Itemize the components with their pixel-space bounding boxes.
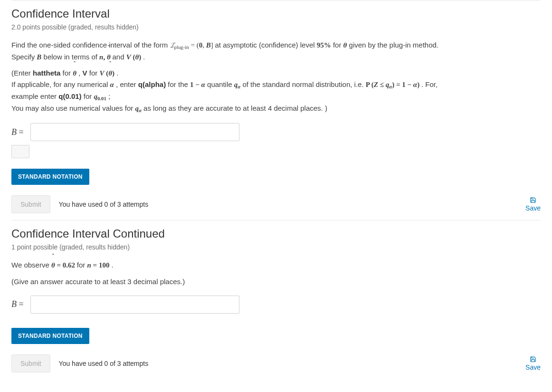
answer-input-B[interactable] [30,123,239,141]
n-value: n = 100 [87,261,109,269]
save-icon [530,197,536,203]
answer-row-2: B = [11,296,541,314]
text: , [78,69,82,77]
text: ; [108,92,110,100]
vars-n-thetahat: n, ˆθ [99,53,112,61]
save-icon [530,356,536,363]
submit-button-2[interactable]: Submit [11,354,50,373]
text: and [112,53,126,61]
text: quantile [207,80,234,88]
text: . [112,261,114,269]
V-thetahat: V (ˆθ) [126,53,143,61]
section-divider [11,220,541,220]
hattheta-keyword: hattheta [33,69,60,77]
action-row-2: Submit You have used 0 of 3 attempts Sav… [11,354,541,373]
text: for [63,69,73,77]
text: for [84,92,94,100]
prob-expression: P (Z ≤ qα) = 1 − α) [366,81,421,88]
section-title: Confidence Interval [11,7,541,20]
text: . [143,53,145,61]
B-var: B [37,53,41,61]
text: You may also use numerical values for [11,104,135,112]
text: given by the plug-in method. [349,41,438,49]
text: (Enter [11,69,33,77]
points-possible-2: 1 point possible (graded, results hidden… [11,243,541,251]
answer-row: B = [11,123,541,141]
text: Specify [11,53,37,61]
text: for [333,41,343,49]
text: Find the one-sided confidence interval o… [11,41,170,49]
submit-button[interactable]: Submit [11,195,50,213]
text: . For, [421,80,438,88]
confidence-level: 95% [317,41,331,49]
save-button[interactable]: Save [525,197,541,212]
section-title-2: Confidence Interval Continued [11,227,541,240]
text: example enter [11,92,58,100]
q-alpha-symbol: qα [234,81,240,88]
text: . [116,69,118,77]
text: for [89,69,100,77]
answer-input-B-2[interactable] [30,296,239,314]
standard-notation-button[interactable]: STANDARD NOTATION [11,169,89,185]
accuracy-note: (Give an answer accurate to at least 3 d… [11,276,541,287]
answer-label-B: B = [11,127,27,137]
attempts-text-2: You have used 0 of 3 attempts [59,360,149,367]
save-label: Save [525,204,541,212]
text: We observe [11,261,51,269]
qalpha-keyword: q(alpha) [138,80,166,88]
entry-instructions: (Enter hattheta for ˆθ , V for V (ˆθ) . … [11,67,541,115]
text: for [77,261,87,269]
text: for the [168,80,190,88]
q-alpha-symbol-2: qα [135,105,141,112]
answer-label-B-2: B = [11,299,27,309]
save-label: Save [525,363,541,371]
observe-paragraph: We observe ˆθ = 0.62 for n = 100 . [11,259,541,271]
text: of the standard normal distribution, i.e… [242,80,365,88]
text: at asymptotic (confidence) level [215,41,316,49]
points-possible: 2.0 points possible (graded, results hid… [11,23,541,31]
V-thetahat-2: V (ˆθ) [99,69,114,77]
text: , enter [116,80,138,88]
theta: θ [343,41,347,49]
attempts-text: You have used 0 of 3 attempts [59,201,149,208]
V-keyword: V [83,69,87,77]
formula-I-plugin: 𝓘plug-in = (0, B] [170,41,215,49]
q001-symbol: q0.01 [94,93,106,100]
q001-keyword: q(0.01) [58,92,81,100]
save-button-2[interactable]: Save [525,356,541,371]
equation-preview-button[interactable] [11,145,29,158]
one-minus-alpha: 1 − α [190,81,205,88]
theta-hat-value: ˆθ = 0.62 [51,261,77,269]
text: If applicable, for any numerical [11,80,110,88]
intro-paragraph-1: Find the one-sided confidence interval o… [11,39,541,63]
action-row: Submit You have used 0 of 3 attempts Sav… [11,195,541,213]
standard-notation-button-2[interactable]: STANDARD NOTATION [11,328,89,344]
alpha: α [110,81,114,88]
thetahat: ˆθ [73,69,76,77]
text: below in terms of [44,53,100,61]
text: as long as they are accurate to at least… [143,104,327,112]
